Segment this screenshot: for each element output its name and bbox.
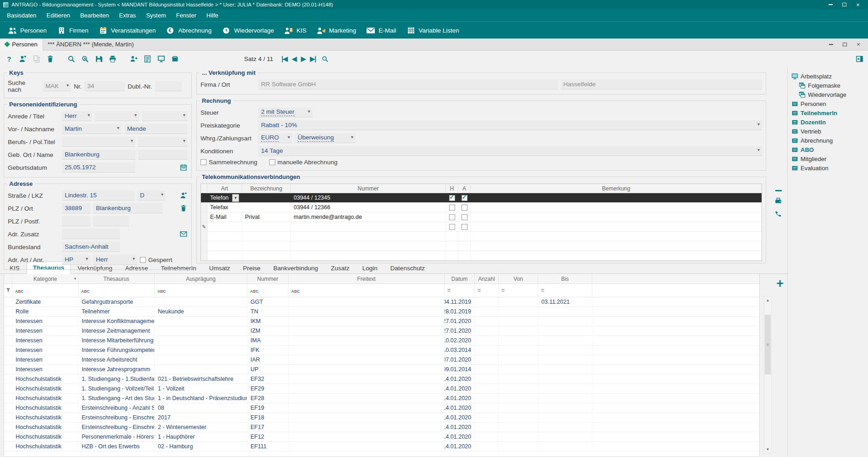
postfach-input[interactable] xyxy=(93,216,129,226)
telekom-col-nummer[interactable]: Nummer xyxy=(291,184,446,193)
maximize-button[interactable] xyxy=(837,0,851,9)
table-row[interactable]: InteressenInteresse ArbeitsrechtIAR07.01… xyxy=(4,355,759,365)
grid-col-nummer[interactable]: Nummer xyxy=(247,274,289,284)
grid-scrollbar[interactable]: ▲ ≡ ▼ xyxy=(764,296,772,453)
filter-cell-freitext[interactable]: ABC xyxy=(289,284,445,297)
adr-zusatz-input[interactable] xyxy=(62,229,120,239)
menu-bearbeiten[interactable]: Bearbeiten xyxy=(75,10,114,21)
column-dropdown-icon[interactable]: ▾ xyxy=(74,276,76,281)
filter-cell-kategorie[interactable]: ABC xyxy=(12,284,78,297)
menu-system[interactable]: System xyxy=(141,10,171,21)
panel-toggle-icon[interactable] xyxy=(854,54,864,64)
delete-button[interactable] xyxy=(45,54,55,64)
a-checkbox[interactable] xyxy=(462,195,467,201)
telekom-row-telefon[interactable]: Telefon▾03944 / 12345 xyxy=(201,193,762,203)
sidebar-item-teilnehmerin[interactable]: TeilnehmerIn xyxy=(790,108,868,117)
grid-col-anzahl[interactable]: Anzahl xyxy=(475,274,499,284)
tab-zusatz[interactable]: Zusatz xyxy=(325,262,356,273)
lkz-select[interactable]: D xyxy=(137,190,166,201)
grid-col-ausprägung[interactable]: Ausprägung xyxy=(155,274,247,284)
add-thesaurus-row-button[interactable]: + xyxy=(776,279,784,289)
new-person-button[interactable] xyxy=(17,54,28,64)
filter-cell-anzahl[interactable]: = xyxy=(475,284,499,297)
h-checkbox[interactable] xyxy=(449,224,455,230)
filter-cell-ausprägung[interactable]: ABC xyxy=(155,284,247,297)
firma-input[interactable]: RR Software GmbH xyxy=(258,79,558,89)
screen-button[interactable] xyxy=(156,54,166,64)
scroll-track[interactable]: ≡ xyxy=(764,304,771,446)
filter-cell-nummer[interactable]: ABC xyxy=(247,284,289,297)
ort-input[interactable]: Blankenburg xyxy=(93,203,163,213)
grid-col-datum[interactable]: Datum xyxy=(445,274,475,284)
telekom-row-e-mail[interactable]: E-MailPrivatmartin.mende@antrago.de xyxy=(201,212,762,222)
grid-col-bis[interactable]: Bis xyxy=(538,274,592,284)
copy-button[interactable] xyxy=(31,54,41,64)
filter-cell-von[interactable]: = xyxy=(499,284,538,297)
menu-hilfe[interactable]: Hilfe xyxy=(201,10,223,21)
dubl-nr-input[interactable] xyxy=(155,81,182,91)
sidebar-item-wiedervorlage[interactable]: Wiedervorlage xyxy=(790,90,868,99)
apptool-firmen[interactable]: Firmen xyxy=(52,24,94,37)
menu-extras[interactable]: Extras xyxy=(114,10,141,21)
table-row[interactable]: InteressenInteresse ZeitmanagementIZM27.… xyxy=(4,326,759,336)
mail-address-icon[interactable] xyxy=(179,230,188,238)
sidebar-item-vertrieb[interactable]: Vertrieb xyxy=(790,127,868,136)
h-checkbox[interactable] xyxy=(449,205,455,211)
tab-personen-document[interactable]: Personen xyxy=(0,39,43,50)
remove-telekom-row-button[interactable] xyxy=(775,190,782,191)
a-checkbox[interactable] xyxy=(462,205,467,211)
sammelrechnung-checkbox[interactable]: Sammelrechnung xyxy=(200,159,257,166)
sidebar-item-abrechnung[interactable]: Abrechnung xyxy=(790,136,868,145)
apptool-marketing[interactable]: Marketing xyxy=(312,24,361,37)
last-record-button[interactable]: ▶| xyxy=(310,55,316,62)
fax-icon[interactable] xyxy=(774,197,782,205)
berufstitel-select[interactable] xyxy=(62,137,135,147)
apptool-email[interactable]: E-Mail xyxy=(361,24,401,37)
telekom-new-row[interactable]: ✎ xyxy=(201,222,762,232)
table-row[interactable]: HochschulstatistikPersonenmerkmale - Hör… xyxy=(4,432,759,442)
zahlungsart-select[interactable]: Überweisung xyxy=(295,133,356,143)
menu-editieren[interactable]: Editieren xyxy=(41,10,75,21)
scroll-thumb[interactable]: ≡ xyxy=(765,315,771,374)
geb-name-input[interactable] xyxy=(138,150,188,160)
telekom-col-bemerkung[interactable]: Bemerkung xyxy=(471,184,762,193)
manuelle-abrechnung-checkbox[interactable]: manuelle Abrechnung xyxy=(269,159,338,166)
telekom-col-a[interactable]: A xyxy=(458,184,471,193)
minimize-button[interactable] xyxy=(823,0,837,9)
table-row[interactable]: Hochschulstatistik1. Studiengang - Vollz… xyxy=(4,384,759,394)
table-row[interactable]: HochschulstatistikErsteinschreibung - Ei… xyxy=(4,423,759,432)
sidebar-item-dozentin[interactable]: DozentIn xyxy=(790,117,868,127)
menu-basisdaten[interactable]: Basisdaten xyxy=(2,10,41,21)
geb-ort-input[interactable]: Blankenburg xyxy=(62,150,135,160)
poltitel-select[interactable] xyxy=(138,137,188,147)
filter-cell-bis[interactable]: = xyxy=(538,284,592,297)
telekom-row-telefax[interactable]: Telefax03944 / 12366 xyxy=(201,203,762,212)
table-row[interactable]: HochschulstatistikErsteinschreibung - An… xyxy=(4,403,759,413)
apptool-wiedervorlage[interactable]: Wiedervorlage xyxy=(217,24,279,37)
apptool-kis[interactable]: KIS xyxy=(279,24,312,37)
tab-bankverbindung[interactable]: Bankverbindung xyxy=(267,262,324,273)
filter-cell-datum[interactable]: = xyxy=(445,284,475,297)
previous-record-button[interactable]: ◀ xyxy=(292,55,296,62)
filter-cell-thesaurus[interactable]: ABC xyxy=(78,284,155,297)
archive-button[interactable] xyxy=(170,54,180,64)
table-row[interactable]: Hochschulstatistik1. Studiengang - 1.Stu… xyxy=(4,374,759,384)
telekom-col-bezeichnung[interactable]: Bezeichnung xyxy=(242,184,291,193)
strasse-input[interactable]: Lindestr. 15 xyxy=(62,190,134,201)
steuer-select[interactable]: 2 mit Steuer xyxy=(258,107,312,117)
apptool-abrechnung[interactable]: €Abrechnung xyxy=(161,24,217,37)
first-record-button[interactable]: |◀ xyxy=(282,55,288,62)
bundesland-input[interactable]: Sachsen-Anhalt xyxy=(62,242,120,252)
filter-indicator[interactable] xyxy=(4,284,12,297)
plz-input[interactable]: 38889 xyxy=(62,203,90,213)
table-row[interactable]: HochschulstatistikErsteinschreibung - Ei… xyxy=(4,413,759,423)
apptool-variable-listen[interactable]: Variable Listen xyxy=(401,24,464,37)
delete-address-icon[interactable] xyxy=(179,204,188,212)
konditionen-select[interactable]: 14 Tage xyxy=(258,146,762,156)
geburtsdatum-input[interactable]: 25.05.1972 xyxy=(62,162,135,173)
table-row[interactable]: HochschulstatistikHZB - Ort des Erwerbs0… xyxy=(4,442,759,451)
sidebar-item-arbeitsplatz[interactable]: Arbeitsplatz xyxy=(790,72,868,81)
close-button[interactable]: × xyxy=(851,0,865,9)
scroll-up-icon[interactable]: ▲ xyxy=(764,296,771,304)
sidebar-item-folgemaske[interactable]: Folgemaske xyxy=(790,81,868,90)
